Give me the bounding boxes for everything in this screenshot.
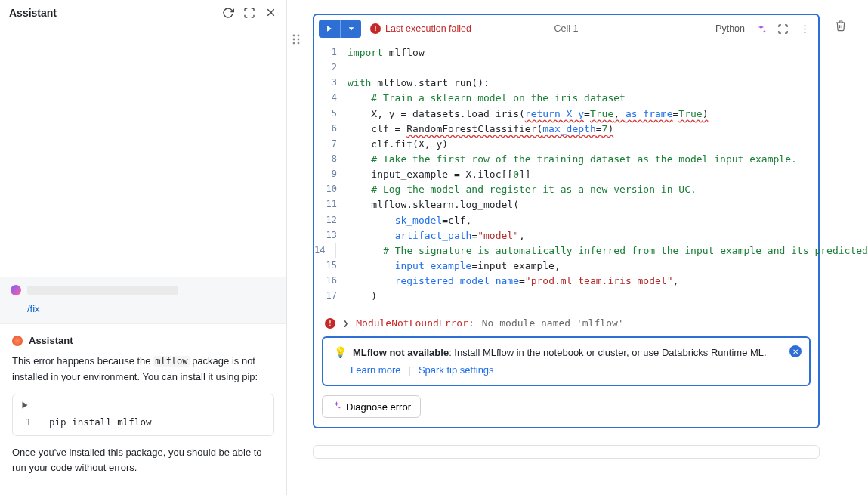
error-message: No module named 'mlflow' (482, 317, 624, 329)
svg-point-12 (805, 28, 806, 29)
next-cell-placeholder[interactable] (313, 445, 820, 459)
error-badge-icon: ! (370, 23, 381, 34)
cell-label: Cell 1 (554, 23, 579, 34)
svg-point-13 (805, 31, 806, 32)
assistant-code-block: 1 pip install mlflow (12, 394, 274, 436)
svg-point-6 (298, 39, 300, 41)
assistant-name-label: Assistant (29, 335, 73, 346)
lightbulb-icon: 💡 (334, 347, 347, 357)
svg-point-4 (298, 35, 300, 37)
assistant-title: Assistant (9, 7, 222, 19)
delete-cell-icon[interactable] (835, 20, 847, 34)
svg-point-8 (298, 42, 300, 45)
hint-banner: ✕ 💡 MLflow not available: Install MLflow… (322, 336, 811, 386)
error-name: ModuleNotFoundError: (356, 317, 474, 329)
user-message: /fix (0, 277, 286, 324)
spark-tip-link[interactable]: Spark tip settings (419, 364, 494, 376)
run-snippet-icon[interactable] (20, 401, 29, 412)
ai-sparkle-icon[interactable] (755, 23, 767, 35)
line-number: 1 (20, 416, 31, 428)
expand-icon[interactable] (243, 7, 255, 19)
refresh-icon[interactable] (222, 7, 234, 19)
language-label[interactable]: Python (715, 23, 745, 34)
assistant-message: Assistant This error happens because the… (0, 324, 286, 495)
user-name-redacted (27, 286, 178, 295)
svg-point-5 (293, 39, 295, 41)
cell-more-icon[interactable] (799, 23, 811, 35)
run-menu-button[interactable] (340, 20, 361, 38)
svg-marker-9 (327, 26, 332, 32)
notebook-area: ! Last execution failed Cell 1 Python (287, 0, 868, 495)
run-button-group (319, 20, 361, 38)
code-editor[interactable]: 1import import mlflowmlflow 2 3with mlfl… (314, 42, 818, 310)
code-text: pip install mlflow (49, 416, 151, 428)
assistant-panel: Assistant /fix (0, 0, 287, 495)
run-cell-button[interactable] (319, 20, 340, 38)
error-output[interactable]: ! ❯ ModuleNotFoundError: No module named… (322, 314, 811, 336)
learn-more-link[interactable]: Learn more (351, 364, 400, 376)
assistant-avatar-icon (12, 336, 23, 346)
assistant-followup: Once you've installed this package, you … (12, 445, 274, 475)
svg-marker-2 (23, 401, 28, 408)
assistant-text: This error happens because the mlflow pa… (12, 354, 274, 384)
chevron-right-icon[interactable]: ❯ (343, 318, 348, 329)
close-icon[interactable] (264, 6, 277, 19)
user-avatar-icon (11, 285, 21, 295)
code-cell: ! Last execution failed Cell 1 Python (313, 14, 820, 428)
svg-point-3 (293, 35, 295, 37)
hint-close-icon[interactable]: ✕ (789, 345, 802, 357)
svg-marker-10 (348, 27, 354, 30)
execution-status: ! Last execution failed (370, 23, 471, 34)
cell-drag-handle-icon[interactable] (292, 33, 301, 48)
svg-point-11 (805, 25, 806, 26)
slash-command: /fix (27, 303, 276, 314)
diagnose-error-button[interactable]: Diagnose error (322, 395, 421, 418)
cell-output: ! ❯ ModuleNotFoundError: No module named… (314, 310, 818, 427)
svg-point-7 (293, 42, 295, 45)
error-dot-icon: ! (325, 318, 335, 329)
expand-cell-icon[interactable] (777, 23, 789, 35)
sparkle-icon (332, 401, 341, 413)
